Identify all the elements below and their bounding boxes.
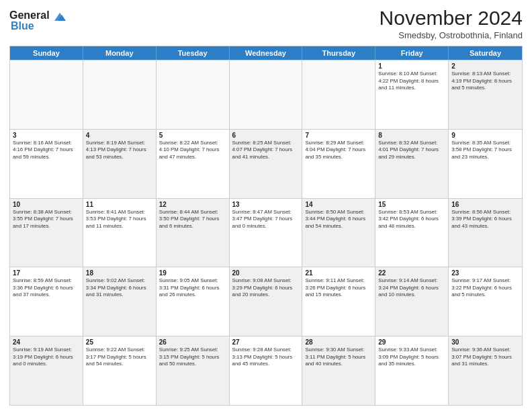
calendar-row-3: 17Sunrise: 8:59 AM Sunset: 3:36 PM Dayli… (10, 267, 522, 336)
calendar-cell-3-4: 21Sunrise: 9:11 AM Sunset: 3:26 PM Dayli… (302, 267, 375, 336)
cell-info: Sunrise: 9:11 AM Sunset: 3:26 PM Dayligh… (305, 277, 372, 299)
cell-info: Sunrise: 9:17 AM Sunset: 3:22 PM Dayligh… (451, 277, 519, 299)
cell-info: Sunrise: 8:47 AM Sunset: 3:47 PM Dayligh… (232, 209, 300, 230)
cell-info: Sunrise: 8:53 AM Sunset: 3:42 PM Dayligh… (378, 209, 445, 230)
calendar-row-0: 1Sunrise: 8:10 AM Sunset: 4:22 PM Daylig… (10, 60, 522, 129)
weekday-sunday: Sunday (10, 46, 83, 60)
calendar-cell-3-0: 17Sunrise: 8:59 AM Sunset: 3:36 PM Dayli… (10, 267, 83, 336)
calendar-header: Sunday Monday Tuesday Wednesday Thursday… (10, 46, 522, 60)
day-number: 28 (305, 338, 372, 346)
calendar-cell-1-2: 5Sunrise: 8:22 AM Sunset: 4:10 PM Daylig… (157, 130, 230, 198)
day-number: 5 (159, 132, 226, 139)
day-number: 25 (86, 338, 153, 346)
weekday-saturday: Saturday (449, 46, 522, 60)
calendar-cell-1-5: 8Sunrise: 8:32 AM Sunset: 4:01 PM Daylig… (375, 130, 449, 198)
weekday-friday: Friday (375, 46, 449, 60)
calendar-cell-3-2: 19Sunrise: 9:05 AM Sunset: 3:31 PM Dayli… (157, 267, 230, 336)
day-number: 23 (451, 269, 519, 277)
day-number: 19 (159, 269, 226, 277)
calendar-cell-2-4: 14Sunrise: 8:50 AM Sunset: 3:44 PM Dayli… (302, 199, 375, 267)
calendar-cell-2-6: 16Sunrise: 8:56 AM Sunset: 3:39 PM Dayli… (449, 199, 522, 267)
day-number: 30 (451, 338, 519, 346)
day-number: 10 (13, 201, 80, 208)
day-number: 1 (378, 62, 445, 70)
day-number: 7 (305, 132, 372, 139)
calendar-cell-2-0: 10Sunrise: 8:38 AM Sunset: 3:55 PM Dayli… (10, 199, 83, 267)
calendar-body: 1Sunrise: 8:10 AM Sunset: 4:22 PM Daylig… (10, 60, 522, 405)
calendar-cell-0-3 (230, 60, 303, 129)
logo: General Blue (9, 7, 68, 32)
day-number: 13 (232, 201, 300, 208)
day-number: 2 (451, 62, 519, 70)
location-title: Smedsby, Ostrobothnia, Finland (380, 30, 523, 40)
cell-info: Sunrise: 9:28 AM Sunset: 3:13 PM Dayligh… (232, 347, 300, 368)
day-number: 9 (451, 132, 519, 139)
day-number: 21 (305, 269, 372, 277)
weekday-thursday: Thursday (302, 46, 375, 60)
day-number: 27 (232, 338, 300, 346)
calendar-cell-4-6: 30Sunrise: 9:36 AM Sunset: 3:07 PM Dayli… (449, 336, 522, 405)
cell-info: Sunrise: 9:36 AM Sunset: 3:07 PM Dayligh… (451, 347, 519, 368)
cell-info: Sunrise: 9:14 AM Sunset: 3:24 PM Dayligh… (378, 277, 445, 299)
cell-info: Sunrise: 8:59 AM Sunset: 3:36 PM Dayligh… (13, 277, 80, 299)
day-number: 22 (378, 269, 445, 277)
weekday-monday: Monday (83, 46, 157, 60)
cell-info: Sunrise: 8:22 AM Sunset: 4:10 PM Dayligh… (159, 140, 226, 161)
calendar-row-4: 24Sunrise: 9:19 AM Sunset: 3:19 PM Dayli… (10, 336, 522, 405)
day-number: 8 (378, 132, 445, 139)
cell-info: Sunrise: 8:32 AM Sunset: 4:01 PM Dayligh… (378, 140, 445, 161)
calendar-cell-1-3: 6Sunrise: 8:25 AM Sunset: 4:07 PM Daylig… (230, 130, 303, 198)
calendar-cell-4-4: 28Sunrise: 9:30 AM Sunset: 3:11 PM Dayli… (302, 336, 375, 405)
calendar-cell-4-0: 24Sunrise: 9:19 AM Sunset: 3:19 PM Dayli… (10, 336, 83, 405)
cell-info: Sunrise: 9:02 AM Sunset: 3:34 PM Dayligh… (86, 277, 153, 299)
calendar-cell-1-4: 7Sunrise: 8:29 AM Sunset: 4:04 PM Daylig… (302, 130, 375, 198)
page: General Blue November 2024 Smedsby, Ostr… (0, 0, 532, 411)
calendar-cell-1-6: 9Sunrise: 8:35 AM Sunset: 3:58 PM Daylig… (449, 130, 522, 198)
day-number: 12 (159, 201, 226, 208)
weekday-tuesday: Tuesday (157, 46, 230, 60)
calendar-cell-0-0 (10, 60, 83, 129)
logo-blue: Blue (11, 20, 34, 32)
calendar-cell-2-2: 12Sunrise: 8:44 AM Sunset: 3:50 PM Dayli… (157, 199, 230, 267)
calendar-cell-0-2 (157, 60, 230, 129)
day-number: 29 (378, 338, 445, 346)
cell-info: Sunrise: 9:33 AM Sunset: 3:09 PM Dayligh… (378, 347, 445, 368)
calendar-cell-4-2: 26Sunrise: 9:25 AM Sunset: 3:15 PM Dayli… (157, 336, 230, 405)
cell-info: Sunrise: 8:25 AM Sunset: 4:07 PM Dayligh… (232, 140, 300, 161)
cell-info: Sunrise: 8:38 AM Sunset: 3:55 PM Dayligh… (13, 209, 80, 230)
calendar-cell-0-1 (83, 60, 157, 129)
calendar-cell-3-1: 18Sunrise: 9:02 AM Sunset: 3:34 PM Dayli… (83, 267, 157, 336)
calendar-cell-3-5: 22Sunrise: 9:14 AM Sunset: 3:24 PM Dayli… (375, 267, 449, 336)
cell-info: Sunrise: 9:25 AM Sunset: 3:15 PM Dayligh… (159, 347, 226, 368)
day-number: 15 (378, 201, 445, 208)
day-number: 11 (86, 201, 153, 208)
calendar-cell-0-6: 2Sunrise: 8:13 AM Sunset: 4:19 PM Daylig… (449, 60, 522, 129)
calendar-cell-1-1: 4Sunrise: 8:19 AM Sunset: 4:13 PM Daylig… (83, 130, 157, 198)
day-number: 4 (86, 132, 153, 139)
calendar-row-2: 10Sunrise: 8:38 AM Sunset: 3:55 PM Dayli… (10, 198, 522, 267)
calendar-cell-0-5: 1Sunrise: 8:10 AM Sunset: 4:22 PM Daylig… (375, 60, 449, 129)
cell-info: Sunrise: 8:41 AM Sunset: 3:53 PM Dayligh… (86, 209, 153, 230)
day-number: 20 (232, 269, 300, 277)
day-number: 6 (232, 132, 300, 139)
cell-info: Sunrise: 8:29 AM Sunset: 4:04 PM Dayligh… (305, 140, 372, 161)
day-number: 26 (159, 338, 226, 346)
cell-info: Sunrise: 8:13 AM Sunset: 4:19 PM Dayligh… (451, 71, 519, 92)
cell-info: Sunrise: 9:05 AM Sunset: 3:31 PM Dayligh… (159, 277, 226, 299)
cell-info: Sunrise: 9:30 AM Sunset: 3:11 PM Dayligh… (305, 347, 372, 368)
calendar-cell-0-4 (302, 60, 375, 129)
month-title: November 2024 (380, 7, 523, 29)
weekday-wednesday: Wednesday (230, 46, 303, 60)
header: General Blue November 2024 Smedsby, Ostr… (9, 7, 523, 40)
day-number: 3 (13, 132, 80, 139)
calendar-cell-4-1: 25Sunrise: 9:22 AM Sunset: 3:17 PM Dayli… (83, 336, 157, 405)
cell-info: Sunrise: 9:22 AM Sunset: 3:17 PM Dayligh… (86, 347, 153, 368)
day-number: 14 (305, 201, 372, 208)
calendar-cell-3-3: 20Sunrise: 9:08 AM Sunset: 3:29 PM Dayli… (230, 267, 303, 336)
calendar-cell-2-1: 11Sunrise: 8:41 AM Sunset: 3:53 PM Dayli… (83, 199, 157, 267)
calendar-cell-1-0: 3Sunrise: 8:16 AM Sunset: 4:16 PM Daylig… (10, 130, 83, 198)
calendar-cell-2-3: 13Sunrise: 8:47 AM Sunset: 3:47 PM Dayli… (230, 199, 303, 267)
calendar-cell-4-5: 29Sunrise: 9:33 AM Sunset: 3:09 PM Dayli… (375, 336, 449, 405)
cell-info: Sunrise: 8:35 AM Sunset: 3:58 PM Dayligh… (451, 140, 519, 161)
day-number: 18 (86, 269, 153, 277)
